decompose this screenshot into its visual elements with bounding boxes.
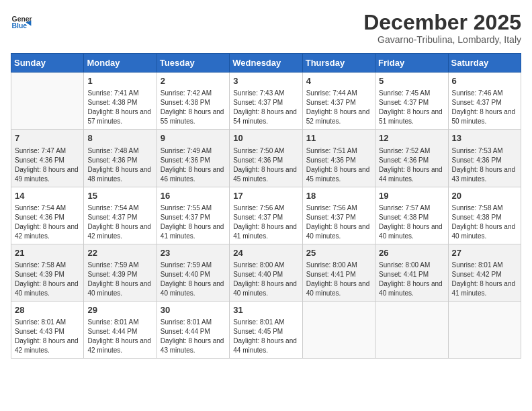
daylight-text: Daylight: 8 hours and 40 minutes.	[87, 279, 152, 298]
daylight-text: Daylight: 8 hours and 52 minutes.	[306, 107, 371, 126]
calendar-cell	[11, 73, 84, 130]
day-number: 26	[379, 247, 444, 259]
cell-content: Sunrise: 8:01 AMSunset: 4:42 PMDaylight:…	[452, 261, 517, 298]
cell-content: Sunrise: 7:43 AMSunset: 4:37 PMDaylight:…	[233, 89, 298, 126]
cell-content: Sunrise: 7:55 AMSunset: 4:37 PMDaylight:…	[161, 203, 226, 241]
calendar-cell: 17Sunrise: 7:56 AMSunset: 4:37 PMDayligh…	[230, 187, 302, 244]
daylight-text: Daylight: 8 hours and 40 minutes.	[233, 279, 298, 298]
sunrise-text: Sunrise: 7:52 AM	[379, 146, 444, 156]
sunset-text: Sunset: 4:36 PM	[15, 213, 80, 222]
calendar-cell: 25Sunrise: 8:00 AMSunset: 4:41 PMDayligh…	[302, 244, 375, 301]
sunset-text: Sunset: 4:38 PM	[452, 213, 517, 222]
cell-content: Sunrise: 7:54 AMSunset: 4:37 PMDaylight:…	[87, 203, 152, 241]
cell-content: Sunrise: 7:58 AMSunset: 4:39 PMDaylight:…	[15, 261, 80, 298]
calendar-cell: 3Sunrise: 7:43 AMSunset: 4:37 PMDaylight…	[230, 73, 302, 130]
calendar-week-row: 7Sunrise: 7:47 AMSunset: 4:36 PMDaylight…	[11, 130, 521, 187]
daylight-text: Daylight: 8 hours and 54 minutes.	[233, 107, 298, 126]
day-number: 7	[15, 132, 80, 144]
daylight-text: Daylight: 8 hours and 40 minutes.	[15, 279, 80, 298]
calendar-cell	[448, 301, 521, 358]
sunset-text: Sunset: 4:41 PM	[379, 270, 444, 279]
day-number: 6	[452, 75, 517, 87]
calendar-cell: 15Sunrise: 7:54 AMSunset: 4:37 PMDayligh…	[84, 187, 157, 244]
day-of-week-header: Monday	[84, 54, 157, 73]
daylight-text: Daylight: 8 hours and 43 minutes.	[161, 336, 226, 355]
day-number: 17	[233, 190, 298, 202]
sunrise-text: Sunrise: 7:41 AM	[87, 89, 152, 98]
day-of-week-header: Sunday	[11, 54, 84, 73]
sunset-text: Sunset: 4:41 PM	[306, 270, 371, 279]
cell-content: Sunrise: 8:01 AMSunset: 4:44 PMDaylight:…	[161, 318, 226, 355]
sunset-text: Sunset: 4:38 PM	[379, 213, 444, 222]
cell-content: Sunrise: 7:52 AMSunset: 4:36 PMDaylight:…	[379, 146, 444, 184]
calendar-cell: 31Sunrise: 8:01 AMSunset: 4:45 PMDayligh…	[230, 301, 302, 358]
daylight-text: Daylight: 8 hours and 50 minutes.	[452, 107, 517, 126]
sunrise-text: Sunrise: 7:55 AM	[161, 203, 226, 213]
cell-content: Sunrise: 7:44 AMSunset: 4:37 PMDaylight:…	[306, 89, 371, 126]
day-number: 16	[161, 190, 226, 202]
calendar-cell: 1Sunrise: 7:41 AMSunset: 4:38 PMDaylight…	[84, 73, 157, 130]
sunrise-text: Sunrise: 7:49 AM	[161, 146, 226, 156]
cell-content: Sunrise: 7:57 AMSunset: 4:38 PMDaylight:…	[379, 203, 444, 241]
calendar-cell: 18Sunrise: 7:56 AMSunset: 4:37 PMDayligh…	[302, 187, 375, 244]
sunrise-text: Sunrise: 7:51 AM	[306, 146, 371, 156]
sunrise-text: Sunrise: 7:58 AM	[15, 261, 80, 270]
sunrise-text: Sunrise: 7:54 AM	[87, 203, 152, 213]
day-number: 13	[452, 132, 517, 144]
cell-content: Sunrise: 7:56 AMSunset: 4:37 PMDaylight:…	[306, 203, 371, 241]
sunrise-text: Sunrise: 7:56 AM	[233, 203, 298, 213]
calendar-cell: 23Sunrise: 7:59 AMSunset: 4:40 PMDayligh…	[157, 244, 229, 301]
cell-content: Sunrise: 8:01 AMSunset: 4:45 PMDaylight:…	[233, 318, 298, 355]
calendar-cell	[375, 301, 448, 358]
day-number: 11	[306, 132, 371, 144]
calendar-cell: 5Sunrise: 7:45 AMSunset: 4:37 PMDaylight…	[375, 73, 448, 130]
day-of-week-header: Thursday	[302, 54, 375, 73]
day-number: 5	[379, 75, 444, 87]
sunset-text: Sunset: 4:40 PM	[233, 270, 298, 279]
day-number: 20	[452, 190, 517, 202]
page-title: December 2025	[363, 11, 521, 34]
calendar-cell: 22Sunrise: 7:59 AMSunset: 4:39 PMDayligh…	[84, 244, 157, 301]
cell-content: Sunrise: 7:59 AMSunset: 4:39 PMDaylight:…	[87, 261, 152, 298]
day-number: 22	[87, 247, 152, 259]
calendar-cell: 9Sunrise: 7:49 AMSunset: 4:36 PMDaylight…	[157, 130, 229, 187]
calendar-week-row: 14Sunrise: 7:54 AMSunset: 4:36 PMDayligh…	[11, 187, 521, 244]
cell-content: Sunrise: 8:01 AMSunset: 4:43 PMDaylight:…	[15, 318, 80, 355]
day-number: 1	[87, 75, 152, 87]
daylight-text: Daylight: 8 hours and 40 minutes.	[306, 222, 371, 241]
sunset-text: Sunset: 4:39 PM	[15, 270, 80, 279]
sunrise-text: Sunrise: 7:59 AM	[161, 261, 226, 270]
sunrise-text: Sunrise: 7:59 AM	[87, 261, 152, 270]
day-number: 25	[306, 247, 371, 259]
day-number: 3	[233, 75, 298, 87]
sunrise-text: Sunrise: 8:00 AM	[306, 261, 371, 270]
calendar-cell: 26Sunrise: 8:00 AMSunset: 4:41 PMDayligh…	[375, 244, 448, 301]
calendar-cell: 14Sunrise: 7:54 AMSunset: 4:36 PMDayligh…	[11, 187, 84, 244]
sunrise-text: Sunrise: 7:48 AM	[87, 146, 152, 156]
sunset-text: Sunset: 4:37 PM	[233, 98, 298, 107]
calendar-cell: 20Sunrise: 7:58 AMSunset: 4:38 PMDayligh…	[448, 187, 521, 244]
cell-content: Sunrise: 8:00 AMSunset: 4:40 PMDaylight:…	[233, 261, 298, 298]
calendar-week-row: 1Sunrise: 7:41 AMSunset: 4:38 PMDaylight…	[11, 73, 521, 130]
calendar-week-row: 21Sunrise: 7:58 AMSunset: 4:39 PMDayligh…	[11, 244, 521, 301]
daylight-text: Daylight: 8 hours and 42 minutes.	[87, 336, 152, 355]
daylight-text: Daylight: 8 hours and 42 minutes.	[87, 222, 152, 241]
cell-content: Sunrise: 7:53 AMSunset: 4:36 PMDaylight:…	[452, 146, 517, 184]
calendar-cell: 29Sunrise: 8:01 AMSunset: 4:44 PMDayligh…	[84, 301, 157, 358]
cell-content: Sunrise: 7:49 AMSunset: 4:36 PMDaylight:…	[161, 146, 226, 184]
daylight-text: Daylight: 8 hours and 41 minutes.	[452, 279, 517, 298]
day-of-week-header: Saturday	[448, 54, 521, 73]
daylight-text: Daylight: 8 hours and 42 minutes.	[15, 336, 80, 355]
day-number: 31	[233, 304, 298, 316]
cell-content: Sunrise: 7:56 AMSunset: 4:37 PMDaylight:…	[233, 203, 298, 241]
cell-content: Sunrise: 7:42 AMSunset: 4:38 PMDaylight:…	[161, 89, 226, 126]
sunset-text: Sunset: 4:36 PM	[379, 156, 444, 165]
sunset-text: Sunset: 4:39 PM	[87, 270, 152, 279]
day-number: 4	[306, 75, 371, 87]
sunrise-text: Sunrise: 8:01 AM	[87, 318, 152, 327]
day-number: 21	[15, 247, 80, 259]
logo: General Blue	[11, 11, 32, 32]
calendar-cell: 16Sunrise: 7:55 AMSunset: 4:37 PMDayligh…	[157, 187, 229, 244]
page-header: General Blue December 2025 Gavarno-Tribu…	[11, 11, 521, 45]
calendar-cell: 30Sunrise: 8:01 AMSunset: 4:44 PMDayligh…	[157, 301, 229, 358]
